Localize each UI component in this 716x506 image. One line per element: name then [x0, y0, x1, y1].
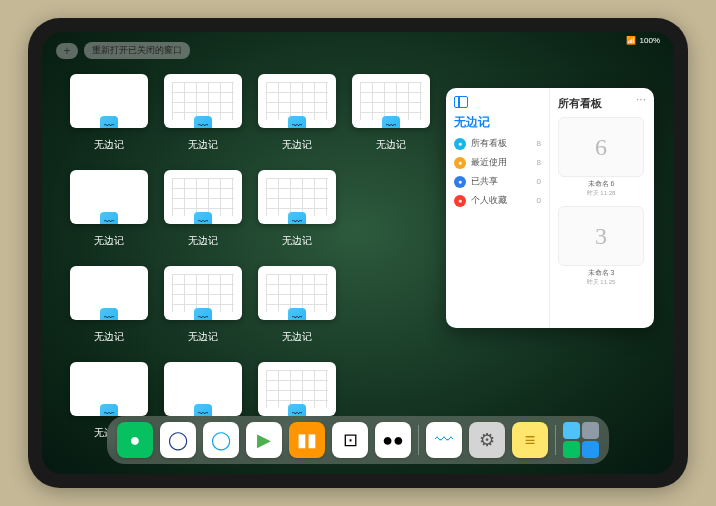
thumbnail-label: 无边记 [282, 234, 312, 248]
app-thumbnail[interactable]: 〰无边记 [258, 74, 336, 152]
app-thumbnail[interactable]: 〰无边记 [70, 74, 148, 152]
screen: 📶 100% + 重新打开已关闭的窗口 〰无边记〰无边记〰无边记〰无边记〰无边记… [42, 32, 674, 474]
thumbnail-preview: 〰 [352, 74, 430, 128]
app-thumbnail[interactable]: 〰无边记 [70, 170, 148, 248]
thumbnail-preview: 〰 [164, 266, 242, 320]
popup-section-title: 所有看板 [558, 96, 646, 111]
sidebar-item-count: 8 [537, 139, 541, 148]
sidebar-item-label: 个人收藏 [471, 194, 507, 207]
app-thumbnail[interactable]: 〰无边记 [258, 266, 336, 344]
freeform-app-icon: 〰 [100, 116, 118, 128]
dock-separator [418, 425, 419, 455]
thumbnail-preview: 〰 [164, 362, 242, 416]
thumbnail-label: 无边记 [94, 330, 124, 344]
sidebar-item-heart[interactable]: ●个人收藏0 [454, 194, 541, 207]
sidebar-toggle-icon[interactable] [454, 96, 468, 108]
thumbnail-preview: 〰 [258, 170, 336, 224]
battery-text: 100% [640, 36, 660, 45]
sidebar-item-count: 8 [537, 158, 541, 167]
thumbnail-preview: 〰 [258, 74, 336, 128]
thumbnail-label: 无边记 [188, 234, 218, 248]
freeform-app-icon: 〰 [194, 116, 212, 128]
wifi-icon: 📶 [626, 36, 636, 45]
thumbnail-preview: 〰 [258, 266, 336, 320]
reopen-closed-window-button[interactable]: 重新打开已关闭的窗口 [84, 42, 190, 59]
thumbnail-preview: 〰 [164, 74, 242, 128]
app-thumbnail[interactable]: 〰无边记 [164, 266, 242, 344]
thumbnail-label: 无边记 [188, 330, 218, 344]
thumbnail-preview: 〰 [70, 170, 148, 224]
dock-app-notes[interactable]: ≡ [512, 422, 548, 458]
app-thumbnail[interactable]: 〰无边记 [164, 74, 242, 152]
heart-icon: ● [454, 195, 466, 207]
board-name: 未命名 6 [558, 179, 644, 189]
dock-app-freeform[interactable]: 〰 [426, 422, 462, 458]
dock: ●◯◯▶▮▮⊡●●〰⚙≡ [107, 416, 609, 464]
popup-left-panel: 无边记 ●所有看板8●最近使用8●已共享0●个人收藏0 [446, 88, 550, 328]
thumbnail-label: 无边记 [94, 138, 124, 152]
thumbnail-label: 无边记 [376, 138, 406, 152]
thumbnail-preview: 〰 [258, 362, 336, 416]
dock-app-play[interactable]: ▶ [246, 422, 282, 458]
sidebar-item-grid[interactable]: ●所有看板8 [454, 137, 541, 150]
dock-app-quark[interactable]: ◯ [203, 422, 239, 458]
grid-icon: ● [454, 138, 466, 150]
dock-app-himalaya[interactable]: ●● [375, 422, 411, 458]
freeform-app-icon: 〰 [100, 404, 118, 416]
dock-app-dice[interactable]: ⊡ [332, 422, 368, 458]
app-switcher-grid: 〰无边记〰无边记〰无边记〰无边记〰无边记〰无边记〰无边记〰无边记〰无边记〰无边记… [70, 74, 430, 440]
ipad-frame: 📶 100% + 重新打开已关闭的窗口 〰无边记〰无边记〰无边记〰无边记〰无边记… [28, 18, 688, 488]
new-window-button[interactable]: + [56, 43, 78, 59]
popup-app-title: 无边记 [454, 114, 541, 131]
clock-icon: ● [454, 157, 466, 169]
popup-right-panel: ··· 所有看板 6未命名 6昨天 11:283未命名 3昨天 11:25 [550, 88, 654, 328]
app-thumbnail[interactable]: 〰无边记 [70, 266, 148, 344]
freeform-app-icon: 〰 [100, 212, 118, 224]
freeform-app-icon: 〰 [382, 116, 400, 128]
top-controls: + 重新打开已关闭的窗口 [56, 42, 190, 59]
dock-recent-apps[interactable] [563, 422, 599, 458]
freeform-app-icon: 〰 [288, 404, 306, 416]
dock-app-books[interactable]: ▮▮ [289, 422, 325, 458]
freeform-app-icon: 〰 [194, 404, 212, 416]
board-thumbnail: 3 [558, 206, 644, 266]
sidebar-item-count: 0 [537, 196, 541, 205]
dock-app-quark-hd[interactable]: ◯ [160, 422, 196, 458]
thumbnail-label: 无边记 [282, 330, 312, 344]
more-button[interactable]: ··· [636, 92, 646, 106]
thumbnail-label: 无边记 [188, 138, 218, 152]
dock-separator [555, 425, 556, 455]
dock-app-settings[interactable]: ⚙ [469, 422, 505, 458]
person-icon: ● [454, 176, 466, 188]
app-thumbnail[interactable]: 〰无边记 [258, 170, 336, 248]
board-name: 未命名 3 [558, 268, 644, 278]
status-bar: 📶 100% [626, 36, 660, 45]
freeform-app-icon: 〰 [194, 308, 212, 320]
thumbnail-preview: 〰 [164, 170, 242, 224]
app-thumbnail[interactable]: 〰无边记 [352, 74, 430, 152]
board-thumbnail: 6 [558, 117, 644, 177]
freeform-app-icon: 〰 [288, 116, 306, 128]
thumbnail-preview: 〰 [70, 362, 148, 416]
sidebar-item-label: 所有看板 [471, 137, 507, 150]
freeform-app-icon: 〰 [288, 212, 306, 224]
sidebar-item-label: 已共享 [471, 175, 498, 188]
thumbnail-label: 无边记 [94, 234, 124, 248]
board-timestamp: 昨天 11:25 [558, 278, 644, 287]
thumbnail-preview: 〰 [70, 74, 148, 128]
board-card[interactable]: 3未命名 3昨天 11:25 [558, 206, 644, 287]
sidebar-item-person[interactable]: ●已共享0 [454, 175, 541, 188]
sidebar-item-label: 最近使用 [471, 156, 507, 169]
freeform-app-icon: 〰 [194, 212, 212, 224]
board-timestamp: 昨天 11:28 [558, 189, 644, 198]
sidebar-item-count: 0 [537, 177, 541, 186]
dock-app-wechat[interactable]: ● [117, 422, 153, 458]
freeform-sidebar-popup: 无边记 ●所有看板8●最近使用8●已共享0●个人收藏0 ··· 所有看板 6未命… [446, 88, 654, 328]
freeform-app-icon: 〰 [288, 308, 306, 320]
thumbnail-label: 无边记 [282, 138, 312, 152]
thumbnail-preview: 〰 [70, 266, 148, 320]
board-card[interactable]: 6未命名 6昨天 11:28 [558, 117, 644, 198]
app-thumbnail[interactable]: 〰无边记 [164, 170, 242, 248]
sidebar-item-clock[interactable]: ●最近使用8 [454, 156, 541, 169]
freeform-app-icon: 〰 [100, 308, 118, 320]
